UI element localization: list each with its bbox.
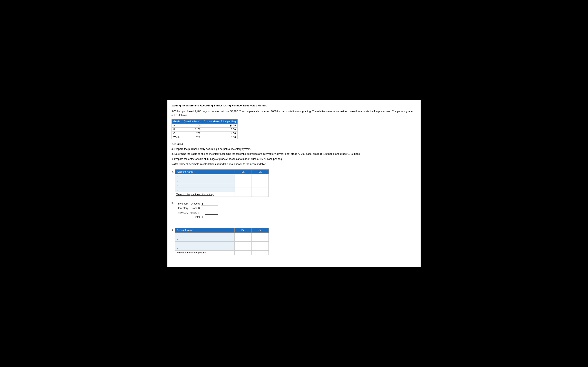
inventory-grade-c-value[interactable] <box>205 211 218 215</box>
req-a-text: a. Prepare the purchase entry assuming a… <box>172 147 416 151</box>
dr-cell-c2[interactable] <box>234 237 251 242</box>
inventory-row-total: Total <box>174 215 218 219</box>
main-page: Valuing Inventory and Recording Entries … <box>167 100 421 267</box>
account-dropdown-a1[interactable]: ⌄ <box>175 174 234 179</box>
inventory-grade-b-label: Inventory—Grade B <box>174 207 201 210</box>
dr-cell-a1[interactable] <box>234 174 251 179</box>
chevron-down-icon: ⌄ <box>176 247 178 250</box>
note-text: Note: Carry all decimals in calculations… <box>172 162 416 166</box>
inventory-grade-a-prefix[interactable] <box>201 202 205 206</box>
cr-cell-c4[interactable] <box>251 246 268 250</box>
qty-a: 800 <box>182 124 202 127</box>
grade-c: C <box>172 131 182 135</box>
section-a: a. Account Name Dr. Cr. ⌄ <box>172 169 416 201</box>
account-dropdown-c3[interactable]: ⌄ <box>175 242 234 246</box>
cr-header-a: Cr. <box>251 169 268 174</box>
inventory-row-c: Inventory—Grade C <box>174 211 218 215</box>
chevron-down-icon: ⌄ <box>176 175 178 178</box>
account-name-header-c: Account Name <box>175 228 234 233</box>
inventory-total-label: Total <box>174 216 201 218</box>
req-b-text: b. Determine the value of ending invento… <box>172 152 416 156</box>
cr-cell-a2[interactable] <box>251 179 268 183</box>
account-dropdown-a4[interactable]: ⌄ <box>175 188 234 192</box>
account-dropdown-a2[interactable]: ⌄ <box>175 179 234 183</box>
grade-waste: Waste <box>172 135 182 139</box>
cr-cell-a1[interactable] <box>251 174 268 179</box>
inventory-total-value[interactable] <box>205 215 218 219</box>
inventory-row-a: Inventory—Grade A <box>174 202 218 206</box>
journal-row: ⌄ <box>175 174 269 179</box>
note-text-a: To record the purchase of inventory. <box>175 192 234 197</box>
price-waste: 0.00 <box>202 135 237 139</box>
dr-cell-c1[interactable] <box>234 233 251 237</box>
journal-row: ⌄ <box>175 233 268 237</box>
inventory-section: Inventory—Grade A Inventory—Grade B Inve… <box>174 202 218 220</box>
note-dr-c <box>234 250 251 255</box>
qty-waste: 200 <box>182 135 202 139</box>
dr-cell-a3[interactable] <box>234 183 251 188</box>
qty-c: 200 <box>182 131 202 135</box>
inventory-row-b: Inventory—Grade B <box>174 206 218 210</box>
note-label: Note: <box>172 163 178 166</box>
note-cr-c <box>251 250 268 255</box>
page-title: Valuing Inventory and Recording Entries … <box>172 104 416 107</box>
intro-text: AVC Inc. purchased 2,400 bags of pecans … <box>172 109 416 117</box>
note-text-c: To record the sale of pecans. <box>175 250 234 255</box>
dr-header-c: Dr. <box>234 228 251 233</box>
chevron-down-icon: ⌄ <box>176 189 178 191</box>
account-dropdown-c2[interactable]: ⌄ <box>175 237 234 242</box>
dr-header-a: Dr. <box>234 169 251 174</box>
grade-table: Grade Quantity (bags) Current Market Pri… <box>172 119 238 139</box>
section-b-label: b. <box>172 202 173 205</box>
inventory-total-prefix[interactable] <box>201 215 205 219</box>
journal-row: ⌄ <box>175 246 268 250</box>
price-col-header: Current Market Price per Bag <box>202 119 237 124</box>
cr-cell-a4[interactable] <box>251 188 268 192</box>
inventory-grade-b-value[interactable] <box>205 206 218 210</box>
cr-cell-c3[interactable] <box>251 242 268 246</box>
journal-row: ⌄ <box>175 242 268 246</box>
cr-cell-a3[interactable] <box>251 183 268 188</box>
req-c-text: c. Prepare the entry for sale of 40 bags… <box>172 157 416 161</box>
table-row: A 800 $6.75 <box>172 124 238 127</box>
note-rest: Carry all decimals in calculations; roun… <box>178 163 266 166</box>
account-dropdown-a3[interactable]: ⌄ <box>175 183 234 188</box>
chevron-down-icon: ⌄ <box>176 238 178 241</box>
dr-cell-a2[interactable] <box>234 179 251 183</box>
price-a: $6.75 <box>202 124 237 127</box>
inventory-grade-a-value[interactable] <box>205 202 218 206</box>
quantity-col-header: Quantity (bags) <box>182 119 202 124</box>
table-row: Waste 200 0.00 <box>172 135 238 139</box>
table-row: C 200 4.50 <box>172 131 238 135</box>
section-a-label: a. <box>172 169 173 173</box>
chevron-down-icon: ⌄ <box>176 242 178 245</box>
dr-cell-c4[interactable] <box>234 246 251 250</box>
table-row: B 1200 6.00 <box>172 127 238 131</box>
dr-cell-c3[interactable] <box>234 242 251 246</box>
inventory-grade-a-label: Inventory—Grade A <box>174 202 201 205</box>
account-dropdown-c4[interactable]: ⌄ <box>175 246 234 250</box>
journal-table-c: Account Name Dr. Cr. ⌄ <box>175 228 269 255</box>
journal-table-a: Account Name Dr. Cr. ⌄ <box>175 169 269 197</box>
chevron-down-icon: ⌄ <box>176 184 178 187</box>
journal-row: ⌄ <box>175 183 269 188</box>
account-dropdown-c1[interactable]: ⌄ <box>175 233 234 237</box>
price-c: 4.50 <box>202 131 237 135</box>
note-row-a: To record the purchase of inventory. <box>175 192 269 197</box>
cr-cell-c1[interactable] <box>251 233 268 237</box>
inventory-grade-c-label: Inventory—Grade C <box>174 211 201 214</box>
required-heading: Required <box>172 142 416 146</box>
section-c: c. Account Name Dr. Cr. ⌄ <box>172 228 416 259</box>
note-cr-a <box>251 192 268 197</box>
grade-a: A <box>172 124 182 127</box>
journal-row: ⌄ <box>175 179 269 183</box>
qty-b: 1200 <box>182 127 202 131</box>
note-row-c: To record the sale of pecans. <box>175 250 268 255</box>
grade-b: B <box>172 127 182 131</box>
section-c-label: c. <box>172 228 173 231</box>
cr-cell-c2[interactable] <box>251 237 268 242</box>
price-b: 6.00 <box>202 127 237 131</box>
cr-header-c: Cr. <box>251 228 268 233</box>
note-dr-a <box>234 192 251 197</box>
dr-cell-a4[interactable] <box>234 188 251 192</box>
